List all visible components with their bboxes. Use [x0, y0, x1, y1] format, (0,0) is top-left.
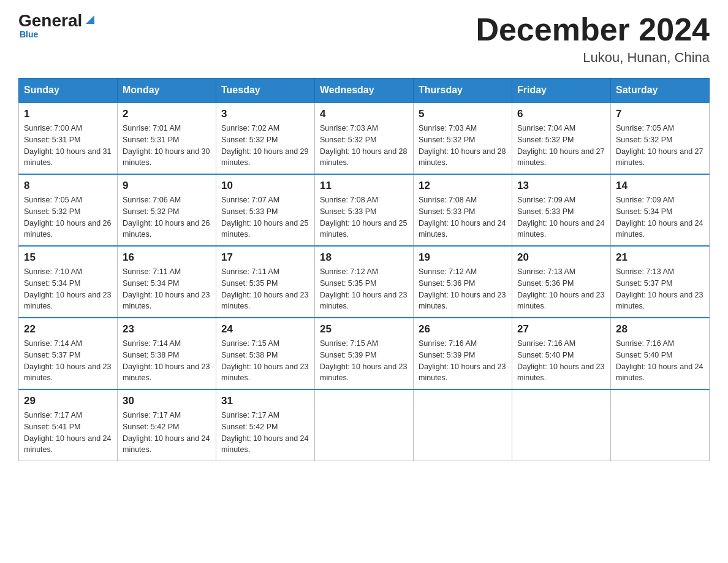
sunset-label: Sunset: 5:35 PM: [221, 279, 278, 288]
sunset-label: Sunset: 5:35 PM: [320, 279, 376, 288]
logo-subtitle: Blue: [20, 29, 38, 39]
sunset-label: Sunset: 5:34 PM: [616, 207, 672, 216]
day-number: 10: [221, 180, 309, 192]
page-header: General Blue December 2024 Lukou, Hunan,…: [18, 12, 710, 66]
daylight-label: Daylight: 10 hours and 23 minutes.: [616, 291, 703, 311]
sunrise-label: Sunrise: 7:04 AM: [517, 124, 575, 132]
weekday-header-row: SundayMondayTuesdayWednesdayThursdayFrid…: [19, 79, 710, 103]
daylight-label: Daylight: 10 hours and 25 minutes.: [320, 219, 407, 239]
day-number: 18: [320, 251, 408, 264]
day-info: Sunrise: 7:03 AM Sunset: 5:32 PM Dayligh…: [320, 123, 408, 169]
day-info: Sunrise: 7:02 AM Sunset: 5:32 PM Dayligh…: [221, 123, 309, 169]
daylight-label: Daylight: 10 hours and 23 minutes.: [419, 291, 506, 311]
daylight-label: Daylight: 10 hours and 30 minutes.: [123, 147, 210, 167]
calendar-cell: 14 Sunrise: 7:09 AM Sunset: 5:34 PM Dayl…: [611, 174, 710, 246]
svg-marker-0: [86, 15, 94, 24]
sunset-label: Sunset: 5:32 PM: [320, 136, 376, 144]
day-number: 8: [24, 180, 112, 192]
title-area: December 2024 Lukou, Hunan, China: [476, 12, 710, 66]
sunset-label: Sunset: 5:42 PM: [221, 423, 278, 431]
calendar-cell: 25 Sunrise: 7:15 AM Sunset: 5:39 PM Dayl…: [315, 318, 414, 389]
calendar-cell: 28 Sunrise: 7:16 AM Sunset: 5:40 PM Dayl…: [611, 318, 710, 389]
calendar-cell: 26 Sunrise: 7:16 AM Sunset: 5:39 PM Dayl…: [414, 318, 512, 389]
daylight-label: Daylight: 10 hours and 23 minutes.: [221, 362, 308, 383]
sunrise-label: Sunrise: 7:00 AM: [24, 124, 82, 132]
sunset-label: Sunset: 5:38 PM: [123, 351, 179, 359]
daylight-label: Daylight: 10 hours and 29 minutes.: [221, 147, 308, 167]
daylight-label: Daylight: 10 hours and 24 minutes.: [616, 219, 703, 239]
sunrise-label: Sunrise: 7:14 AM: [24, 339, 82, 348]
calendar-cell: 20 Sunrise: 7:13 AM Sunset: 5:36 PM Dayl…: [512, 246, 611, 318]
daylight-label: Daylight: 10 hours and 26 minutes.: [24, 219, 111, 239]
calendar-cell: 2 Sunrise: 7:01 AM Sunset: 5:31 PM Dayli…: [118, 102, 216, 174]
day-number: 28: [616, 323, 704, 335]
sunrise-label: Sunrise: 7:16 AM: [419, 339, 477, 348]
calendar-cell: 9 Sunrise: 7:06 AM Sunset: 5:32 PM Dayli…: [118, 174, 216, 246]
weekday-header-wednesday: Wednesday: [315, 79, 414, 103]
day-number: 15: [24, 251, 112, 264]
sunrise-label: Sunrise: 7:13 AM: [517, 267, 575, 276]
sunrise-label: Sunrise: 7:17 AM: [221, 411, 279, 419]
daylight-label: Daylight: 10 hours and 31 minutes.: [24, 147, 111, 167]
day-number: 24: [221, 323, 309, 335]
day-info: Sunrise: 7:03 AM Sunset: 5:32 PM Dayligh…: [419, 123, 507, 169]
sunset-label: Sunset: 5:40 PM: [517, 351, 574, 359]
calendar-cell: 7 Sunrise: 7:05 AM Sunset: 5:32 PM Dayli…: [611, 102, 710, 174]
sunset-label: Sunset: 5:33 PM: [419, 207, 475, 216]
sunrise-label: Sunrise: 7:15 AM: [320, 339, 378, 348]
calendar-cell: [512, 389, 611, 461]
week-row-4: 22 Sunrise: 7:14 AM Sunset: 5:37 PM Dayl…: [19, 318, 710, 389]
sunrise-label: Sunrise: 7:10 AM: [24, 267, 82, 276]
daylight-label: Daylight: 10 hours and 28 minutes.: [419, 147, 506, 167]
week-row-1: 1 Sunrise: 7:00 AM Sunset: 5:31 PM Dayli…: [19, 102, 710, 174]
daylight-label: Daylight: 10 hours and 28 minutes.: [320, 147, 407, 167]
calendar-cell: 12 Sunrise: 7:08 AM Sunset: 5:33 PM Dayl…: [414, 174, 512, 246]
calendar-cell: 16 Sunrise: 7:11 AM Sunset: 5:34 PM Dayl…: [118, 246, 216, 318]
day-info: Sunrise: 7:01 AM Sunset: 5:31 PM Dayligh…: [123, 123, 211, 169]
day-number: 1: [24, 108, 112, 120]
day-number: 6: [517, 108, 605, 120]
day-number: 2: [123, 108, 211, 120]
sunset-label: Sunset: 5:32 PM: [24, 207, 80, 216]
calendar-cell: 22 Sunrise: 7:14 AM Sunset: 5:37 PM Dayl…: [19, 318, 118, 389]
calendar-cell: 13 Sunrise: 7:09 AM Sunset: 5:33 PM Dayl…: [512, 174, 611, 246]
day-info: Sunrise: 7:09 AM Sunset: 5:34 PM Dayligh…: [616, 194, 704, 240]
sunrise-label: Sunrise: 7:12 AM: [320, 267, 378, 276]
sunrise-label: Sunrise: 7:09 AM: [616, 196, 674, 204]
calendar-cell: 5 Sunrise: 7:03 AM Sunset: 5:32 PM Dayli…: [414, 102, 512, 174]
weekday-header-friday: Friday: [512, 79, 611, 103]
week-row-5: 29 Sunrise: 7:17 AM Sunset: 5:41 PM Dayl…: [19, 389, 710, 461]
logo-general: General: [18, 12, 82, 29]
sunrise-label: Sunrise: 7:17 AM: [24, 411, 82, 419]
daylight-label: Daylight: 10 hours and 27 minutes.: [616, 147, 703, 167]
day-info: Sunrise: 7:09 AM Sunset: 5:33 PM Dayligh…: [517, 194, 605, 240]
daylight-label: Daylight: 10 hours and 23 minutes.: [24, 362, 111, 383]
daylight-label: Daylight: 10 hours and 27 minutes.: [517, 147, 604, 167]
day-info: Sunrise: 7:17 AM Sunset: 5:41 PM Dayligh…: [24, 410, 112, 456]
day-number: 7: [616, 108, 704, 120]
sunset-label: Sunset: 5:32 PM: [221, 136, 278, 144]
sunset-label: Sunset: 5:34 PM: [123, 279, 179, 288]
day-number: 31: [221, 395, 309, 407]
week-row-2: 8 Sunrise: 7:05 AM Sunset: 5:32 PM Dayli…: [19, 174, 710, 246]
sunset-label: Sunset: 5:42 PM: [123, 423, 179, 431]
day-info: Sunrise: 7:13 AM Sunset: 5:37 PM Dayligh…: [616, 266, 704, 312]
day-info: Sunrise: 7:06 AM Sunset: 5:32 PM Dayligh…: [123, 194, 211, 240]
day-info: Sunrise: 7:12 AM Sunset: 5:35 PM Dayligh…: [320, 266, 408, 312]
sunset-label: Sunset: 5:32 PM: [419, 136, 475, 144]
logo-text: General: [18, 12, 97, 29]
daylight-label: Daylight: 10 hours and 23 minutes.: [419, 362, 506, 383]
sunrise-label: Sunrise: 7:03 AM: [320, 124, 378, 132]
day-info: Sunrise: 7:17 AM Sunset: 5:42 PM Dayligh…: [221, 410, 309, 456]
daylight-label: Daylight: 10 hours and 23 minutes.: [320, 291, 407, 311]
calendar-subtitle: Lukou, Hunan, China: [476, 50, 710, 66]
day-info: Sunrise: 7:15 AM Sunset: 5:39 PM Dayligh…: [320, 338, 408, 384]
week-row-3: 15 Sunrise: 7:10 AM Sunset: 5:34 PM Dayl…: [19, 246, 710, 318]
sunrise-label: Sunrise: 7:12 AM: [419, 267, 477, 276]
day-info: Sunrise: 7:16 AM Sunset: 5:40 PM Dayligh…: [616, 338, 704, 384]
day-info: Sunrise: 7:16 AM Sunset: 5:39 PM Dayligh…: [419, 338, 507, 384]
sunset-label: Sunset: 5:37 PM: [616, 279, 672, 288]
sunrise-label: Sunrise: 7:01 AM: [123, 124, 181, 132]
sunset-label: Sunset: 5:33 PM: [320, 207, 376, 216]
day-info: Sunrise: 7:16 AM Sunset: 5:40 PM Dayligh…: [517, 338, 605, 384]
